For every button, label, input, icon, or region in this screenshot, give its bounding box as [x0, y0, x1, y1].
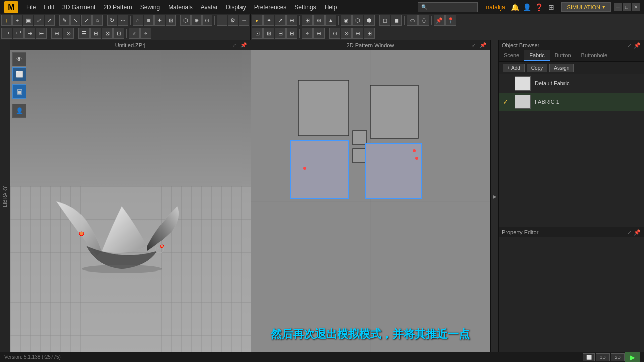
toolbar-btn-arrows[interactable]: ↔ [239, 15, 250, 26]
toolbar-btn-node[interactable]: ⤢ [81, 15, 92, 26]
2d-tb2-btn-8[interactable]: ⊗ [341, 28, 352, 39]
2d-toolbar-btn-6[interactable]: ⊗ [313, 15, 325, 26]
toolbar-btn-pen[interactable]: ✎ [59, 15, 70, 26]
tab-buttonhole[interactable]: Buttonhole [576, 50, 613, 61]
toolbar-btn-transform[interactable]: ⤢ [34, 15, 44, 26]
play-simulation-button[interactable]: ▶ [625, 352, 640, 363]
toolbar2-btn-4[interactable]: ⇤ [36, 28, 47, 39]
menu-help[interactable]: Help [320, 2, 341, 12]
toolbar-btn-plus-circle[interactable]: ⊕ [191, 15, 202, 26]
2d-toolbar-btn-oval[interactable]: ⬭ [407, 15, 418, 26]
toolbar-btn-home[interactable]: ⌂ [133, 15, 143, 26]
toolbar-btn-grid[interactable]: ⊠ [166, 15, 176, 26]
toolbar2-btn-3[interactable]: ⇥ [24, 28, 35, 39]
menu-display[interactable]: Display [222, 2, 250, 12]
minimize-button[interactable]: ─ [614, 3, 622, 11]
toolbar2-btn-2[interactable]: ⮠ [13, 28, 24, 39]
vp-btn-solid[interactable]: ▣ [12, 84, 26, 99]
view-btn-3d[interactable]: 3D [596, 353, 610, 361]
fabric-assign-button[interactable]: Assign [549, 64, 574, 72]
toolbar2-btn-8[interactable]: ⊞ [90, 28, 101, 39]
2d-toolbar-btn-hex3[interactable]: ⬢ [364, 15, 375, 26]
toolbar2-btn-6[interactable]: ⊙ [63, 28, 74, 39]
2d-tb2-btn-5[interactable]: ⌖ [302, 28, 313, 39]
help-icon[interactable]: ❓ [533, 1, 545, 13]
search-box[interactable]: 🔍 [418, 2, 478, 12]
menu-edit[interactable]: Edit [40, 2, 58, 12]
right-panel-collapse-arrow[interactable]: ▶ [490, 40, 498, 352]
2d-toolbar-btn-tri[interactable]: ▲ [325, 15, 336, 26]
toolbar-btn-undo[interactable]: ↻ [107, 15, 118, 26]
fabric-item-1[interactable]: ✓ FABRIC 1 [499, 93, 644, 111]
toolbar-btn-curve[interactable]: ⤡ [70, 15, 81, 26]
2d-toolbar-btn-5[interactable]: ⊞ [302, 15, 313, 26]
2d-tb2-btn-6[interactable]: ⊕ [313, 28, 325, 39]
toolbar-btn-arrow-down[interactable]: ↓ [1, 15, 12, 26]
2d-tb2-btn-3[interactable]: ⊟ [275, 28, 286, 39]
user-icon[interactable]: 👤 [521, 1, 533, 13]
2d-toolbar-btn-2[interactable]: ✦ [263, 15, 274, 26]
toolbar-btn-line[interactable]: ― [217, 15, 227, 26]
menu-2d-pattern[interactable]: 2D Pattern [99, 2, 136, 12]
menu-avatar[interactable]: Avatar [197, 2, 222, 12]
object-browser-expand[interactable]: ⤢ [627, 42, 632, 49]
tab-scene[interactable]: Scene [499, 50, 524, 61]
2d-pin-icon[interactable]: 📌 [480, 42, 486, 48]
simulation-button[interactable]: SIMULATION ▾ [561, 2, 611, 12]
toolbar-btn-dot-circle[interactable]: ⊙ [202, 15, 213, 26]
2d-toolbar-btn-oval2[interactable]: ⬯ [418, 15, 429, 26]
2d-tb2-btn-10[interactable]: ⊞ [364, 28, 375, 39]
2d-expand-icon[interactable]: ⤢ [472, 42, 476, 48]
viewport-2d[interactable]: 然后再次退出模拟模式，并将其推近一点 [251, 50, 490, 352]
2d-toolbar-btn-arrow[interactable]: ↗ [275, 15, 286, 26]
2d-tb2-btn-4[interactable]: ⊞ [286, 28, 297, 39]
toolbar-btn-rotate[interactable]: ↗ [45, 15, 55, 26]
toolbar-btn-circle[interactable]: ⌾ [92, 15, 103, 26]
viewport-pin-icon[interactable]: 📌 [240, 42, 247, 48]
menu-3d-garment[interactable]: 3D Garment [58, 2, 99, 12]
view-btn-2d[interactable]: 2D [611, 353, 625, 361]
menu-preferences[interactable]: Preferences [250, 2, 291, 12]
toolbar-btn-layout[interactable]: ≡ [144, 15, 154, 26]
2d-toolbar-btn-hex2[interactable]: ⬡ [352, 15, 363, 26]
toolbar-btn-redo[interactable]: ⤻ [118, 15, 128, 26]
close-button[interactable]: ✕ [632, 3, 640, 11]
2d-tb2-btn-7[interactable]: ⊙ [329, 28, 340, 39]
tab-fabric[interactable]: Fabric [524, 50, 550, 61]
fabric-add-button[interactable]: + Add [503, 64, 525, 72]
2d-toolbar-btn-circ[interactable]: ◉ [341, 15, 352, 26]
menu-materials[interactable]: Materials [164, 2, 197, 12]
toolbar-btn-add[interactable]: + [12, 15, 23, 26]
2d-toolbar-btn-rect[interactable]: ◻ [379, 15, 390, 26]
2d-tb2-btn-1[interactable]: ⊡ [252, 28, 263, 39]
2d-toolbar-btn-rect-fill[interactable]: ◼ [391, 15, 402, 26]
toolbar2-btn-10[interactable]: ⊡ [113, 28, 124, 39]
viewport-3d[interactable]: ↻ 👁 ⬜ ▣ 👤 [10, 50, 251, 352]
toolbar2-btn-5[interactable]: ⊕ [51, 28, 62, 39]
toolbar2-btn-11[interactable]: ⎚ [129, 28, 140, 39]
toolbar-btn-hex[interactable]: ⬡ [180, 15, 191, 26]
toolbar-btn-star[interactable]: ✦ [154, 15, 165, 26]
menu-settings[interactable]: Settings [290, 2, 320, 12]
fabric-item-default[interactable]: Default Fabric [499, 74, 644, 93]
layout-icon[interactable]: ⊞ [545, 1, 557, 13]
2d-toolbar-btn-pin2[interactable]: 📍 [445, 15, 456, 26]
toolbar2-btn-12[interactable]: ⌖ [140, 28, 151, 39]
tab-button[interactable]: Button [550, 50, 576, 61]
2d-toolbar-btn-1[interactable]: ▸ [252, 15, 263, 26]
maximize-button[interactable]: □ [623, 3, 631, 11]
view-btn-split[interactable]: ⬜ [583, 353, 595, 361]
menu-file[interactable]: File [22, 2, 40, 12]
speaker-icon[interactable]: 🔔 [509, 1, 521, 13]
2d-toolbar-btn-4[interactable]: ⊕ [286, 15, 297, 26]
fabric-copy-button[interactable]: Copy [527, 64, 547, 72]
prop-editor-expand[interactable]: ⤢ [627, 229, 632, 236]
vp-btn-wireframe[interactable]: ⬜ [12, 67, 26, 81]
object-browser-pin[interactable]: 📌 [634, 42, 641, 49]
toolbar2-btn-1[interactable]: ⮡ [1, 28, 12, 39]
toolbar-btn-gear[interactable]: ⚙ [228, 15, 238, 26]
viewport-expand-icon[interactable]: ⤢ [232, 42, 236, 48]
toolbar-btn-select[interactable]: ▣ [23, 15, 33, 26]
2d-tb2-btn-9[interactable]: ⊕ [352, 28, 363, 39]
2d-toolbar-btn-pin[interactable]: 📌 [434, 15, 445, 26]
